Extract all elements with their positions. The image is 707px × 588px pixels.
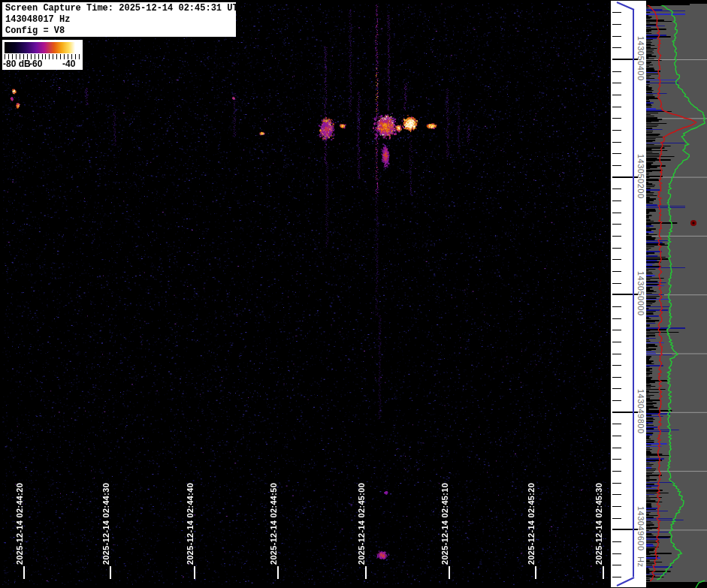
freq-minor-tick [612,330,621,330]
time-tick-mark [277,566,279,579]
time-tick-label: 2025-12-14 02:44:50 [269,483,278,565]
freq-minor-tick [612,553,621,554]
freq-minor-tick [612,12,621,13]
freq-minor-tick [612,541,621,542]
freq-minor-tick [612,248,621,249]
freq-minor-tick [612,565,621,565]
time-tick-label: 2025-12-14 02:44:20 [15,483,24,565]
freq-minor-tick [612,283,621,284]
freq-minor-tick [612,506,621,507]
freq-minor-tick [612,400,621,401]
freq-minor-tick [612,118,621,119]
freq-minor-tick [612,165,621,166]
freq-minor-tick [612,259,621,260]
db-scale-label: -40 [62,59,75,69]
freq-minor-tick [612,436,621,436]
freq-minor-tick [612,153,621,154]
live-spectrum-panel [646,0,707,588]
freq-major-tick [612,294,638,295]
freq-minor-tick [612,483,621,484]
freq-minor-tick [612,494,621,495]
freq-minor-tick [612,318,621,319]
time-tick-mark [110,566,111,579]
freq-minor-tick [612,271,621,272]
time-tick-label: 2025-12-14 02:45:20 [527,483,536,565]
freq-minor-tick [612,24,621,25]
color-scale-legend: -80 dB-60-40 [2,40,83,70]
db-scale-label: -80 dB [3,59,31,69]
spectrum-lab-capture: Screen Capture Time: 2025-12-14 02:45:31… [0,0,707,588]
time-tick-label: 2025-12-14 02:45:00 [357,483,366,565]
color-scale-tick [53,54,53,59]
freq-minor-tick [612,577,621,577]
freq-minor-tick [612,424,621,424]
frequency-tick-label: 143050200 [636,154,645,199]
time-tick-mark [603,566,604,579]
frequency-tick-label: 143050000 [636,271,645,316]
freq-minor-tick [612,471,621,472]
freq-minor-tick [612,365,621,366]
freq-minor-tick [612,388,621,389]
time-tick-mark [194,566,195,579]
capture-time-text: Screen Capture Time: 2025-12-14 02:45:31… [5,3,236,14]
config-text: Config = V8 [5,26,236,37]
time-tick-label: 2025-12-14 02:44:40 [186,483,195,565]
time-tick-mark [365,566,367,579]
freq-minor-tick [612,354,621,354]
color-scale-tick [49,54,50,59]
color-scale-tick [60,54,61,59]
frequency-tick-label: 143049600 [636,506,645,551]
freq-minor-tick [612,95,621,95]
color-gradient-bar [5,42,80,53]
freq-minor-tick [612,224,621,225]
time-tick-label: 2025-12-14 02:45:10 [440,483,449,565]
waterfall-spectrogram [0,0,611,588]
freq-minor-tick [612,142,621,143]
freq-minor-tick [612,107,621,107]
freq-minor-tick [612,47,621,48]
color-scale-tick [45,54,46,59]
freq-minor-tick [612,459,621,460]
freq-minor-tick [612,342,621,342]
time-tick-label: 2025-12-14 02:44:30 [101,483,110,565]
freq-major-tick [612,412,638,413]
color-scale-tick [79,54,80,59]
freq-minor-tick [612,213,621,213]
freq-minor-tick [612,83,621,83]
freq-minor-tick [612,130,621,131]
freq-minor-tick [612,71,621,72]
freq-minor-tick [612,518,621,519]
time-tick-mark [535,566,536,579]
freq-major-tick [612,529,638,530]
freq-minor-tick [612,377,621,378]
color-scale-tick [56,54,57,59]
freq-minor-tick [612,306,621,307]
time-tick-label: 2025-12-14 02:45:30 [594,483,603,565]
freq-minor-tick [612,188,621,189]
freq-major-tick [612,59,638,60]
frequency-unit-label: Hz [636,556,645,567]
freq-minor-tick [612,236,621,237]
freq-minor-tick [612,448,621,448]
db-scale-label: -60 [29,59,42,69]
freq-minor-tick [612,201,621,201]
capture-info-box: Screen Capture Time: 2025-12-14 02:45:31… [2,2,236,37]
frequency-tick-label: 143050400 [636,36,645,81]
frequency-tick-label: 143049800 [636,389,645,434]
time-tick-mark [23,566,25,579]
freq-major-tick [612,176,638,178]
center-frequency-text: 143048017 Hz [5,14,236,26]
freq-minor-tick [612,36,621,37]
time-tick-mark [449,566,450,579]
